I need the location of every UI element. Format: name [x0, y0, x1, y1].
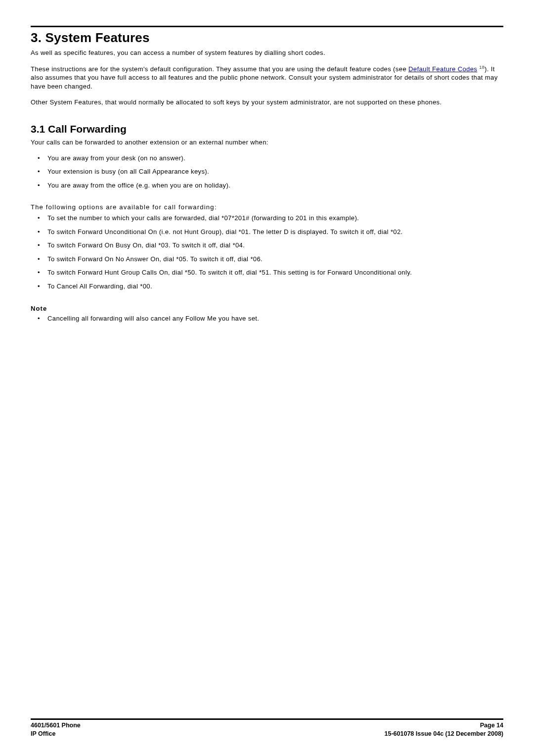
- footer-left-2: IP Office: [31, 730, 55, 738]
- list-item: Cancelling all forwarding will also canc…: [31, 314, 503, 323]
- page-ref: 18: [479, 65, 485, 70]
- footer-right-1: Page 14: [480, 721, 503, 730]
- footer-row-1: 4601/5601 Phone Page 14: [31, 721, 503, 730]
- footer-rule: [31, 718, 503, 720]
- list-item: To switch Forward Hunt Group Calls On, d…: [31, 268, 503, 277]
- list-item: To set the number to which your calls ar…: [31, 214, 503, 223]
- footer-left-1: 4601/5601 Phone: [31, 721, 81, 730]
- section-heading: 3.1 Call Forwarding: [31, 123, 503, 135]
- options-list: To set the number to which your calls ar…: [31, 214, 503, 290]
- chapter-intro: As well as specific features, you can ac…: [31, 48, 503, 57]
- chapter-heading: 3. System Features: [31, 30, 503, 46]
- page-footer: 4601/5601 Phone Page 14 IP Office 15-601…: [31, 718, 503, 738]
- list-item: To switch Forward Unconditional On (i.e.…: [31, 228, 503, 236]
- note-heading: Note: [31, 305, 503, 312]
- footer-row-2: IP Office 15-601078 Issue 04c (12 Decemb…: [31, 730, 503, 738]
- section-number: 3.1: [31, 123, 45, 135]
- list-item: Your extension is busy (on all Call Appe…: [31, 167, 503, 176]
- list-item: You are away from your desk (on no answe…: [31, 154, 503, 163]
- options-heading: The following options are available for …: [31, 203, 503, 211]
- when-list: You are away from your desk (on no answe…: [31, 154, 503, 190]
- section-lead: Your calls can be forwarded to another e…: [31, 138, 503, 147]
- list-item: To switch Forward On Busy On, dial *03. …: [31, 241, 503, 250]
- default-feature-codes-link[interactable]: Default Feature Codes: [408, 65, 477, 73]
- para2-pre: These instructions are for the system's …: [31, 65, 408, 73]
- list-item: To switch Forward On No Answer On, dial …: [31, 255, 503, 264]
- chapter-number: 3.: [31, 30, 42, 45]
- list-item: You are away from the office (e.g. when …: [31, 181, 503, 190]
- section-title: Call Forwarding: [48, 123, 127, 135]
- chapter-para2: These instructions are for the system's …: [31, 64, 503, 91]
- list-item: To Cancel All Forwarding, dial *00.: [31, 282, 503, 291]
- top-rule: [31, 26, 503, 27]
- chapter-title: System Features: [45, 30, 150, 45]
- note-list: Cancelling all forwarding will also canc…: [31, 314, 503, 323]
- chapter-para3: Other System Features, that would normal…: [31, 98, 503, 107]
- footer-right-2: 15-601078 Issue 04c (12 December 2008): [385, 730, 503, 738]
